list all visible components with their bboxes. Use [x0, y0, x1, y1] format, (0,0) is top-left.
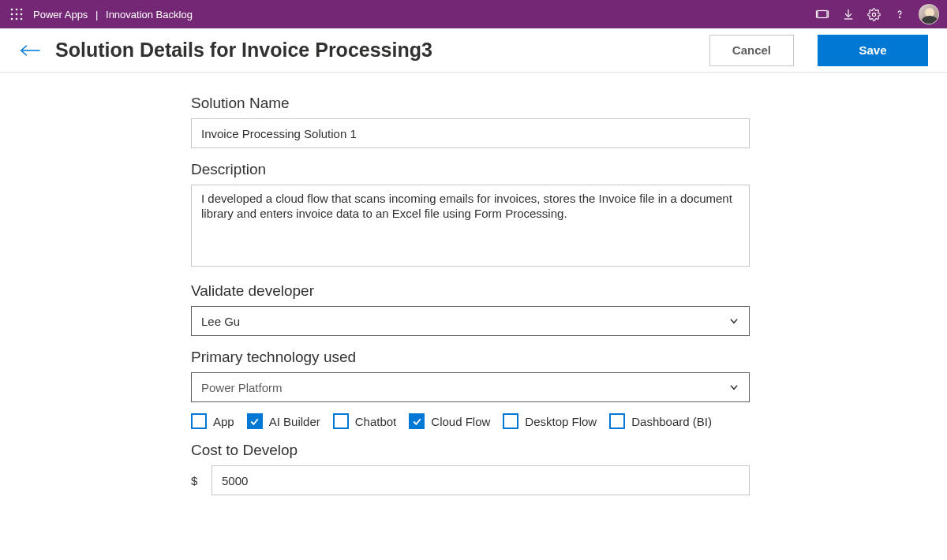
form-inner: Solution Name Description Validate devel… [191, 82, 750, 511]
description-label: Description [191, 161, 750, 178]
page-header: Solution Details for Invoice Processing3… [0, 28, 947, 73]
checkbox-icon [191, 413, 207, 429]
cost-label: Cost to Develop [191, 442, 750, 459]
svg-point-14 [872, 13, 875, 16]
tech-option-app[interactable]: App [191, 413, 234, 429]
svg-point-15 [899, 17, 900, 17]
svg-point-7 [16, 18, 18, 21]
primary-tech-value: Power Platform [201, 381, 283, 394]
tech-option-ai-builder[interactable]: AI Builder [247, 413, 320, 429]
svg-rect-9 [818, 11, 827, 18]
primary-tech-label: Primary technology used [191, 349, 750, 366]
page-name: Innovation Backlog [106, 9, 193, 21]
tech-option-label: App [213, 415, 234, 428]
solution-name-input[interactable] [191, 118, 750, 148]
app-title: Power Apps | Innovation Backlog [33, 9, 193, 21]
tech-option-cloud-flow[interactable]: Cloud Flow [409, 413, 490, 429]
page-title: Solution Details for Invoice Processing3 [55, 39, 695, 62]
svg-point-4 [16, 13, 18, 16]
checkbox-icon [503, 413, 518, 429]
tech-option-label: Dashboard (BI) [631, 415, 712, 428]
primary-tech-select[interactable]: Power Platform [191, 372, 750, 402]
fit-screen-icon[interactable] [815, 7, 829, 21]
form: Solution Name Description Validate devel… [0, 73, 947, 511]
cancel-button[interactable]: Cancel [709, 35, 794, 66]
app-name: Power Apps [33, 9, 88, 21]
tech-option-label: AI Builder [269, 415, 320, 428]
tech-options-row: AppAI BuilderChatbotCloud FlowDesktop Fl… [191, 413, 750, 429]
tech-option-desktop-flow[interactable]: Desktop Flow [503, 413, 597, 429]
app-launcher-icon[interactable] [8, 6, 25, 23]
svg-point-6 [11, 18, 13, 21]
tech-option-chatbot[interactable]: Chatbot [333, 413, 397, 429]
back-button[interactable] [19, 39, 41, 62]
tech-option-label: Cloud Flow [431, 415, 490, 428]
solution-name-label: Solution Name [191, 95, 750, 112]
tech-option-label: Desktop Flow [525, 415, 597, 428]
currency-symbol: $ [191, 465, 211, 495]
validate-developer-value: Lee Gu [201, 315, 240, 328]
title-separator: | [95, 9, 98, 21]
svg-point-8 [21, 18, 23, 21]
validate-developer-label: Validate developer [191, 282, 750, 300]
svg-point-1 [16, 9, 18, 11]
top-bar: Power Apps | Innovation Backlog [0, 0, 947, 28]
validate-developer-select[interactable]: Lee Gu [191, 306, 750, 336]
help-icon[interactable] [893, 8, 906, 21]
download-icon[interactable] [842, 8, 855, 21]
avatar[interactable] [919, 4, 939, 24]
tech-option-label: Chatbot [355, 415, 397, 428]
description-input[interactable] [191, 185, 750, 267]
checkbox-icon [609, 413, 625, 429]
svg-point-2 [21, 9, 23, 11]
checkbox-icon [333, 413, 349, 429]
topbar-right [815, 4, 939, 24]
cost-row: $ [191, 465, 750, 495]
chevron-down-icon [728, 382, 739, 393]
svg-point-3 [11, 13, 13, 16]
cost-input[interactable] [211, 465, 750, 495]
tech-option-dashboard-bi-[interactable]: Dashboard (BI) [609, 413, 712, 429]
svg-point-0 [11, 9, 13, 11]
save-button[interactable]: Save [818, 35, 928, 66]
svg-point-5 [21, 13, 23, 16]
gear-icon[interactable] [867, 8, 881, 21]
checkbox-icon [409, 413, 425, 429]
checkbox-icon [247, 413, 263, 429]
chevron-down-icon [728, 315, 739, 327]
